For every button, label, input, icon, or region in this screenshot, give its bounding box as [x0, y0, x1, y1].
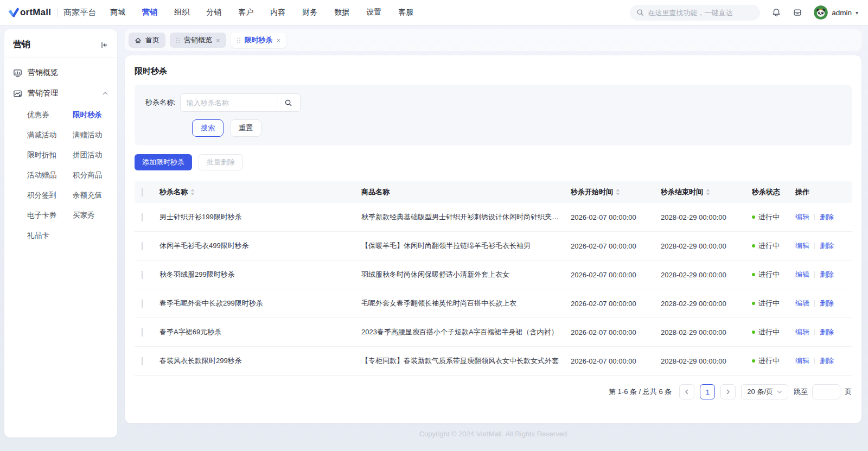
- submenu-item-full-reduction[interactable]: 满减活动: [27, 125, 73, 145]
- column-header-ops: 操作: [795, 187, 852, 197]
- delete-link[interactable]: 删除: [820, 270, 834, 280]
- chevron-down-icon: [777, 389, 782, 395]
- table-row: 秋冬羽绒服299限时秒杀 羽绒服秋冬时尚休闲保暖舒适小清新外套上衣女 2026-…: [135, 261, 852, 289]
- sidebar: 营销 营销概览: [4, 29, 117, 437]
- status-dot: [752, 302, 755, 305]
- user-menu[interactable]: admin ▾: [814, 5, 858, 20]
- topnav-item-distribution[interactable]: 分销: [206, 8, 221, 17]
- delete-link[interactable]: 删除: [820, 356, 834, 366]
- status-dot: [752, 359, 755, 363]
- topnav-item-settings[interactable]: 设置: [366, 8, 381, 17]
- submenu-item-activity-gift[interactable]: 活动赠品: [27, 165, 73, 185]
- cell-start-time: 2026-02-07 00:00:00: [571, 271, 661, 279]
- submenu-item-flash-sale[interactable]: 限时秒杀: [73, 105, 118, 125]
- close-icon[interactable]: ×: [216, 37, 220, 44]
- prev-page-button[interactable]: [679, 384, 694, 399]
- column-header-end[interactable]: 秒杀结束时间: [661, 187, 710, 197]
- submenu-item-ecard[interactable]: 电子卡券: [27, 205, 73, 225]
- submenu-item-balance-recharge[interactable]: 余额充值: [73, 185, 118, 205]
- topnav-item-data[interactable]: 数据: [334, 8, 349, 17]
- tab-flash-sale[interactable]: 限时秒杀 ×: [231, 33, 287, 48]
- sidebar-item-marketing-management[interactable]: 营销管理: [4, 83, 117, 104]
- status-badge: 进行中: [752, 327, 790, 337]
- submenu-item-points-goods[interactable]: 积分商品: [73, 165, 118, 185]
- topnav-item-customer[interactable]: 客户: [238, 8, 253, 17]
- page-number-button[interactable]: 1: [700, 384, 715, 399]
- cell-start-time: 2026-02-07 00:00:00: [571, 357, 661, 365]
- submenu-item-points-checkin[interactable]: 积分签到: [27, 185, 73, 205]
- delete-link[interactable]: 删除: [820, 241, 834, 251]
- edit-link[interactable]: 编辑: [795, 327, 809, 337]
- next-page-button[interactable]: [720, 384, 736, 399]
- submenu-item-group-buy[interactable]: 拼团活动: [73, 145, 118, 165]
- edit-link[interactable]: 编辑: [795, 212, 809, 222]
- global-search[interactable]: [630, 5, 760, 21]
- edit-link[interactable]: 编辑: [795, 241, 809, 251]
- filter-panel: 秒杀名称: 搜索 重置: [135, 85, 852, 145]
- page-jump: 跳至 页: [794, 384, 852, 399]
- add-flash-sale-button[interactable]: 添加限时秒杀: [135, 154, 192, 170]
- column-header-start[interactable]: 秒杀开始时间: [571, 187, 620, 197]
- edit-link[interactable]: 编辑: [795, 298, 809, 308]
- submenu-item-full-gift[interactable]: 满赠活动: [73, 125, 118, 145]
- select-all-checkbox[interactable]: [142, 188, 143, 196]
- row-checkbox[interactable]: [142, 300, 143, 308]
- row-checkbox[interactable]: [142, 271, 143, 279]
- submenu-item-gift-card[interactable]: 礼品卡: [27, 225, 73, 245]
- delete-link[interactable]: 删除: [820, 212, 834, 222]
- table-row: 春装风衣长款限时299秒杀 【专柜同款】春装新款气质系带显瘦翻领风衣女中长款女式…: [135, 347, 852, 376]
- cell-product-name: 羽绒服秋冬时尚休闲保暖舒适小清新外套上衣女: [361, 270, 571, 280]
- cell-flash-sale-name: 春装风衣长款限时299秒杀: [159, 356, 361, 366]
- cell-product-name: 秋季新款经典基础版型男士针织开衫刺绣设计休闲时尚针织夹克男: [361, 212, 571, 222]
- brand[interactable]: ortMall 商家平台: [8, 7, 96, 18]
- submenu-item-buyer-show[interactable]: 买家秀: [73, 205, 118, 225]
- cell-end-time: 2028-02-29 00:00:00: [661, 300, 752, 308]
- topnav-item-content[interactable]: 内容: [270, 8, 285, 17]
- topnav-item-support[interactable]: 客服: [398, 8, 413, 17]
- status-badge: 进行中: [752, 241, 790, 251]
- table-toolbar: 添加限时秒杀 批量删除: [135, 154, 852, 170]
- topnav-item-org[interactable]: 组织: [174, 8, 189, 17]
- close-icon[interactable]: ×: [277, 37, 281, 44]
- row-checkbox[interactable]: [142, 242, 143, 250]
- reset-button[interactable]: 重置: [230, 119, 261, 137]
- column-header-name[interactable]: 秒杀名称: [159, 187, 195, 197]
- topnav-item-finance[interactable]: 财务: [302, 8, 317, 17]
- page-size-select[interactable]: 20 条/页: [741, 384, 788, 399]
- cell-end-time: 2028-02-29 00:00:00: [661, 271, 752, 279]
- search-icon: [636, 9, 644, 16]
- flash-sale-name-input[interactable]: [180, 93, 277, 112]
- tab-label: 首页: [145, 35, 159, 45]
- input-search-button[interactable]: [277, 93, 301, 112]
- table-row: 男士针织开衫199限时秒杀 秋季新款经典基础版型男士针织开衫刺绣设计休闲时尚针织…: [135, 203, 852, 232]
- submenu-item-coupon[interactable]: 优惠券: [27, 105, 73, 125]
- sort-icon: [190, 189, 195, 195]
- edit-link[interactable]: 编辑: [795, 270, 809, 280]
- batch-delete-button[interactable]: 批量删除: [199, 154, 243, 170]
- cell-product-name: 【专柜同款】春装新款气质系带显瘦翻领风衣女中长款女式外套: [361, 356, 571, 366]
- drag-handle-icon: [237, 37, 241, 43]
- sidebar-collapse-icon[interactable]: [100, 41, 108, 49]
- workbench-icon[interactable]: [793, 8, 802, 17]
- edit-link[interactable]: 编辑: [795, 356, 809, 366]
- bell-icon[interactable]: [771, 8, 781, 17]
- delete-link[interactable]: 删除: [820, 327, 834, 337]
- row-checkbox[interactable]: [142, 213, 143, 221]
- status-dot: [752, 331, 755, 334]
- row-checkbox[interactable]: [142, 357, 143, 365]
- tab-home[interactable]: 首页: [129, 33, 165, 48]
- topnav-item-mall[interactable]: 商城: [110, 8, 125, 17]
- tab-marketing-overview[interactable]: 营销概览 ×: [170, 33, 226, 48]
- monitor-chart-icon: [13, 68, 22, 78]
- flash-sale-table: 秒杀名称 商品名称 秒杀开始时间 秒杀结束时间 秒杀状态 操作: [135, 181, 852, 376]
- row-checkbox[interactable]: [142, 328, 143, 336]
- sidebar-item-marketing-overview[interactable]: 营销概览: [4, 62, 117, 83]
- cell-flash-sale-name: 秋冬羽绒服299限时秒杀: [159, 270, 361, 280]
- global-search-input[interactable]: [648, 9, 754, 17]
- submenu-item-limited-discount[interactable]: 限时折扣: [27, 145, 73, 165]
- delete-link[interactable]: 删除: [820, 298, 834, 308]
- jump-page-input[interactable]: [812, 384, 840, 399]
- topnav-item-marketing[interactable]: 营销: [142, 8, 157, 17]
- search-button[interactable]: 搜索: [192, 119, 224, 137]
- avatar: [814, 5, 828, 20]
